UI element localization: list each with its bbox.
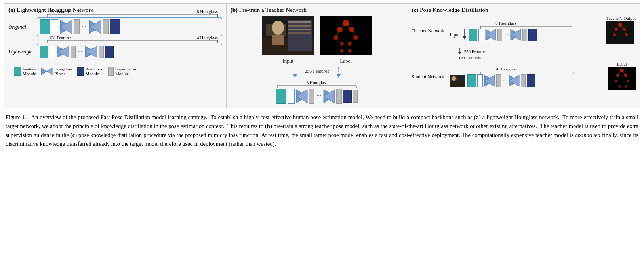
original-label: Original xyxy=(8,24,26,30)
feature-module-orig xyxy=(40,19,50,34)
dots-orig: ··· xyxy=(81,23,87,30)
teacher-output-image xyxy=(606,21,634,44)
feature-c-student xyxy=(467,74,476,87)
input-label-b: Input xyxy=(262,58,314,64)
legend-feature-box xyxy=(14,67,21,76)
bottleneck-c-teacher xyxy=(478,29,484,41)
legend-feature: FeatureModule xyxy=(14,67,36,76)
svg-marker-57 xyxy=(463,36,466,40)
bottleneck-orig xyxy=(51,19,58,34)
arrows-to-network-b: 256 Features xyxy=(273,67,360,78)
teacher-network-modules: ··· xyxy=(276,89,358,104)
hourglass-4-label-c: 4 Hourglass xyxy=(496,67,517,71)
svg-marker-42 xyxy=(293,74,297,78)
down-arrow-256 xyxy=(457,48,463,55)
diagrams-row: (a) (a) Lightweight Hourglass NetworkLig… xyxy=(4,3,640,108)
pred-c-t xyxy=(528,29,537,41)
svg-point-90 xyxy=(625,85,627,88)
features-labels-c: 256 Features 128 Features xyxy=(457,48,487,60)
legend-prediction-box xyxy=(77,67,84,76)
gray-1-orig xyxy=(74,19,80,34)
input-arrow-c xyxy=(462,29,467,40)
legend-hourglass-icon xyxy=(41,67,53,75)
svg-point-66 xyxy=(613,33,616,36)
bottleneck-c-student xyxy=(477,74,483,87)
caption: Figure 1. An overview of the proposed Fa… xyxy=(4,113,640,149)
svg-point-89 xyxy=(619,85,621,88)
teacher-network-label: Teacher Network xyxy=(412,28,448,34)
lightweight-modules: ··· xyxy=(40,46,219,58)
hourglass-8-label-c: 8 Hourglass xyxy=(495,21,516,25)
dots-b: ··· xyxy=(316,93,322,100)
features-256-c: 256 Features xyxy=(464,49,487,54)
label-image xyxy=(320,16,372,55)
gray-c-t1 xyxy=(497,29,502,41)
label-image-container: Label xyxy=(320,16,372,64)
gray-2-light xyxy=(99,46,104,58)
svg-point-67 xyxy=(625,33,628,36)
main-container: (a) (a) Lightweight Hourglass NetworkLig… xyxy=(0,0,644,152)
hg-2-b xyxy=(323,89,335,104)
hg-c-teacher-2 xyxy=(510,29,521,41)
svg-point-87 xyxy=(615,80,617,82)
gray-b-2 xyxy=(336,89,342,104)
prediction-orig xyxy=(110,19,120,34)
panel-a: (a) (a) Lightweight Hourglass NetworkLig… xyxy=(4,4,227,108)
teacher-modules-c: Input ··· xyxy=(450,29,602,41)
svg-point-36 xyxy=(348,49,352,53)
svg-point-33 xyxy=(340,42,344,46)
brace-teacher-c xyxy=(480,25,572,29)
hg-c-teacher-1 xyxy=(485,29,496,41)
svg-point-20 xyxy=(272,21,284,35)
svg-rect-24 xyxy=(288,25,311,27)
svg-marker-15 xyxy=(47,68,52,75)
original-network-box: 256 Features 8 Hourglass xyxy=(37,17,222,36)
bottleneck-b xyxy=(288,89,295,104)
teacher-output-container: Teacher's Output xyxy=(606,16,636,46)
label-label-b: Label xyxy=(320,58,372,64)
svg-point-78 xyxy=(452,76,456,81)
pred-c-s xyxy=(527,74,535,87)
feature-module-light xyxy=(40,46,48,58)
gray-c-t2 xyxy=(522,29,527,41)
panel-b-title: (b) Pre-train a Teacher Network xyxy=(231,7,404,13)
legend-hourglass: HourglassBlock xyxy=(41,67,72,76)
feature-b xyxy=(276,89,286,104)
svg-marker-71 xyxy=(458,52,461,54)
svg-marker-44 xyxy=(337,74,341,78)
svg-point-34 xyxy=(348,42,352,46)
legend-feature-label: FeatureModule xyxy=(23,67,36,76)
figure-label: Figure 1. xyxy=(6,114,27,120)
gray-1-light xyxy=(71,46,76,58)
original-modules: ··· xyxy=(40,19,219,34)
legend: FeatureModule HourglassBlock PredictionM… xyxy=(10,67,222,76)
hourglass-1-orig xyxy=(59,19,73,34)
svg-rect-77 xyxy=(450,82,465,87)
hg-1-b xyxy=(296,89,308,104)
prediction-light xyxy=(105,46,114,58)
panel-a-title: (a) (a) Lightweight Hourglass NetworkLig… xyxy=(8,7,222,13)
input-label-c: Input xyxy=(450,32,460,38)
brace-svg-original xyxy=(47,13,218,18)
legend-prediction: PredictionModule xyxy=(77,67,103,76)
label-label-c: Label xyxy=(608,62,636,67)
legend-supervision-box xyxy=(108,67,114,76)
dots-c-t: ··· xyxy=(503,32,509,38)
brace-svg-lightweight xyxy=(47,39,218,44)
svg-rect-21 xyxy=(272,35,284,45)
pred-b xyxy=(343,90,352,103)
brace-b xyxy=(277,85,356,89)
lightweight-label: Lightweight xyxy=(8,49,33,55)
gray-c-s1 xyxy=(496,74,501,87)
label-image-c xyxy=(608,67,636,90)
brace-student-c xyxy=(480,71,573,75)
svg-rect-26 xyxy=(288,32,311,34)
svg-rect-23 xyxy=(288,21,311,23)
svg-rect-25 xyxy=(288,29,311,30)
hourglass-8-label-b: 8 Hourglass xyxy=(307,80,328,85)
features-128-c: 128 Features xyxy=(459,55,487,60)
dots-light: ··· xyxy=(77,48,83,55)
svg-marker-14 xyxy=(41,68,47,75)
svg-point-35 xyxy=(340,49,344,53)
gray-2-orig xyxy=(103,19,109,34)
